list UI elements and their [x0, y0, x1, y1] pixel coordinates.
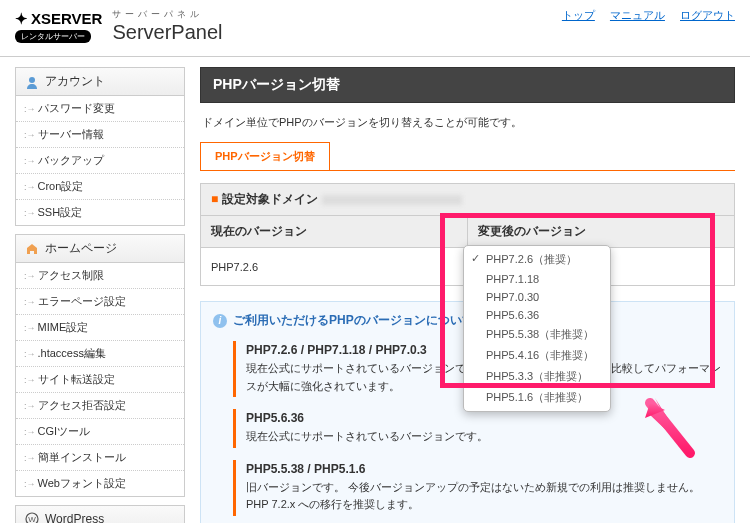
panel-title: サーバーパネル ServerPanel: [112, 8, 222, 44]
svg-text:W: W: [28, 515, 36, 523]
domain-value-blurred: [322, 195, 462, 205]
sidebar-item[interactable]: パスワード変更: [16, 96, 184, 121]
brand-name: XSERVER: [31, 10, 102, 27]
panel-main-title: ServerPanel: [112, 21, 222, 44]
sidebar-item[interactable]: アクセス拒否設定: [16, 393, 184, 418]
top-links: トップ マニュアル ログアウト: [550, 8, 735, 23]
tab-row: PHPバージョン切替: [200, 142, 735, 171]
version-desc: 旧バージョンです。 今後バージョンアップの予定はないため新規での利用は推奨しませ…: [246, 479, 722, 514]
version-block: PHP5.5.38 / PHP5.1.6 旧バージョンです。 今後バージョンアッ…: [233, 460, 722, 516]
link-top[interactable]: トップ: [562, 9, 595, 21]
version-heading: PHP5.5.38 / PHP5.1.6: [246, 462, 722, 476]
page-description: ドメイン単位でPHPのバージョンを切り替えることが可能です。: [200, 103, 735, 142]
version-heading: PHP5.6.36: [246, 411, 722, 425]
dropdown-option[interactable]: PHP5.6.36: [464, 306, 610, 324]
domain-row: 設定対象ドメイン: [201, 184, 735, 216]
version-block: PHP5.6.36 現在公式にサポートされているバージョンです。: [233, 409, 722, 448]
wordpress-icon: W: [24, 511, 40, 523]
sidebar: アカウント パスワード変更 サーバー情報 バックアップ Cron設定 SSH設定…: [15, 67, 185, 523]
svg-point-0: [29, 77, 35, 83]
header: ✦ XSERVER レンタルサーバー サーバーパネル ServerPanel ト…: [0, 0, 750, 57]
sidebar-item[interactable]: .htaccess編集: [16, 341, 184, 366]
after-version-header: 変更後のバージョン: [468, 216, 735, 248]
tab-php-version[interactable]: PHPバージョン切替: [200, 142, 330, 170]
current-version-value: PHP7.2.6: [201, 248, 468, 286]
page-title: PHPバージョン切替: [200, 67, 735, 103]
domain-label: 設定対象ドメイン: [211, 192, 318, 206]
sidebar-item[interactable]: 簡単インストール: [16, 445, 184, 470]
info-icon: i: [213, 314, 227, 328]
sidebar-item[interactable]: Cron設定: [16, 174, 184, 199]
info-title: ご利用いただけるPHPのバージョンについて: [233, 312, 474, 329]
sidebar-item[interactable]: アクセス制限: [16, 263, 184, 288]
home-icon: [24, 241, 40, 257]
sidebar-section-homepage: ホームページ アクセス制限 エラーページ設定 MIME設定 .htaccess編…: [15, 234, 185, 497]
sidebar-item[interactable]: エラーページ設定: [16, 289, 184, 314]
sidebar-item[interactable]: CGIツール: [16, 419, 184, 444]
sidebar-section-account: アカウント パスワード変更 サーバー情報 バックアップ Cron設定 SSH設定: [15, 67, 185, 226]
sidebar-item[interactable]: MIME設定: [16, 315, 184, 340]
brand-badge: レンタルサーバー: [15, 30, 91, 43]
dropdown-option[interactable]: PHP7.1.18: [464, 270, 610, 288]
version-desc: 現在公式にサポートされているバージョンです。: [246, 428, 722, 446]
star-icon: ✦: [15, 10, 28, 28]
dropdown-option[interactable]: PHP5.5.38（非推奨）: [464, 324, 610, 345]
sidebar-header-account: アカウント: [45, 73, 105, 90]
sidebar-item[interactable]: バックアップ: [16, 148, 184, 173]
sidebar-item[interactable]: サーバー情報: [16, 122, 184, 147]
link-logout[interactable]: ログアウト: [680, 9, 735, 21]
dropdown-option[interactable]: PHP7.2.6（推奨）: [464, 249, 610, 270]
dropdown-option[interactable]: PHP7.0.30: [464, 288, 610, 306]
current-version-header: 現在のバージョン: [201, 216, 468, 248]
panel-subtitle: サーバーパネル: [112, 8, 222, 21]
dropdown-option[interactable]: PHP5.3.3（非推奨）: [464, 366, 610, 387]
sidebar-item[interactable]: Webフォント設定: [16, 471, 184, 496]
xserver-logo: ✦ XSERVER レンタルサーバー: [15, 10, 102, 43]
version-dropdown-popup: PHP7.2.6（推奨） PHP7.1.18 PHP7.0.30 PHP5.6.…: [463, 245, 611, 412]
sidebar-header-wordpress: WordPress: [45, 512, 104, 523]
sidebar-section-wordpress: W WordPress WordPress簡単インストール WordPress簡…: [15, 505, 185, 523]
link-manual[interactable]: マニュアル: [610, 9, 665, 21]
user-icon: [24, 74, 40, 90]
sidebar-header-homepage: ホームページ: [45, 240, 117, 257]
sidebar-item[interactable]: SSH設定: [16, 200, 184, 225]
sidebar-item[interactable]: サイト転送設定: [16, 367, 184, 392]
logo-area: ✦ XSERVER レンタルサーバー サーバーパネル ServerPanel: [15, 8, 222, 44]
dropdown-option[interactable]: PHP5.4.16（非推奨）: [464, 345, 610, 366]
dropdown-option[interactable]: PHP5.1.6（非推奨）: [464, 387, 610, 408]
